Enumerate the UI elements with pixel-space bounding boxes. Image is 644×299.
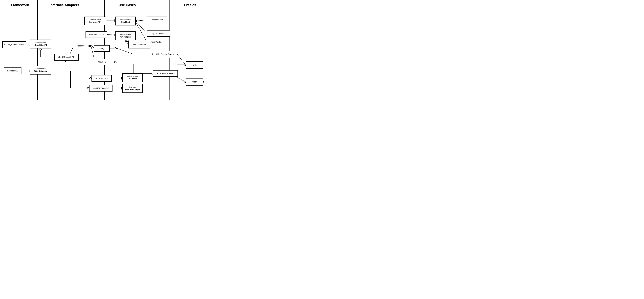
url-retriever-persist-label: URL Retriever Persist	[156, 72, 175, 75]
google-safe-browsing-label: Google SafeBrowsing API	[89, 18, 101, 24]
url-creator-persist-box: URL Creator Persist	[153, 51, 177, 58]
short-graphql-api-label: Short GraphQL API	[58, 56, 75, 58]
user-url-repo-sql-box: User URL Repo SQL	[89, 85, 112, 92]
url-entity-box: URL	[186, 61, 203, 69]
long-link-validator-label: Long Link Validator	[150, 32, 167, 35]
graphql-web-service-box: GraphQL Web Service	[2, 41, 26, 48]
svg-marker-14	[114, 61, 117, 63]
divider-3	[168, 0, 170, 100]
blacklist-label: BlackList	[121, 21, 130, 24]
diagram-container: Framework Interface Adapters Use Cases E…	[0, 0, 214, 100]
resolver-label: Resolver	[76, 45, 84, 47]
header-interface-adapters: Interface Adapters	[40, 3, 89, 7]
user-url-repo-sql-label: User URL Repo SQL	[92, 87, 110, 90]
divider-1	[37, 0, 38, 100]
blacklist-box: <<interface>> BlackList	[115, 17, 136, 26]
user-entity-box: User	[186, 78, 203, 86]
url-retriever-persist-box: URL Retriever Persist	[153, 70, 178, 77]
mutation-label: Mutation	[98, 61, 106, 63]
graphql-api-stereotype: <<interface>>	[36, 42, 46, 44]
sql-database-stereotype: <<interface>>	[36, 68, 46, 70]
google-safe-browsing-box: Google SafeBrowsing API	[84, 17, 106, 25]
key-fetcher-label: Key Fetcher	[120, 36, 131, 38]
key-fetcher-box: <<interface>> Key Fetcher	[115, 32, 136, 40]
postgresql-box: PostgreSQL	[4, 68, 22, 74]
url-repo-stereotype: <<interface>>	[127, 75, 138, 77]
url-creator-persist-label: URL Creator Persist	[156, 53, 174, 56]
url-entity-label: URL	[192, 64, 196, 66]
svg-line-55	[136, 22, 147, 42]
url-repo-label: URL Repo	[128, 78, 137, 80]
blacklist-stereotype: <<interface>>	[120, 19, 131, 21]
key-fetcher-stereotype: <<interface>>	[120, 34, 131, 36]
graphql-web-service-label: GraphQL Web Service	[4, 44, 24, 46]
svg-line-33	[177, 77, 186, 82]
long-link-validator-box: Long Link Validator	[147, 30, 170, 37]
alias-validator-box: Alias Validator	[147, 39, 167, 45]
sql-database-label: SQL Database	[34, 70, 47, 73]
alias-validator-label: Alias Validator	[150, 41, 163, 43]
svg-line-54	[136, 21, 147, 34]
user-url-repo-box: <<interface>> User URL Repo	[122, 84, 143, 93]
postgresql-label: PostgreSQL	[7, 70, 18, 72]
svg-line-28	[177, 54, 186, 65]
resolver-box: Resolver	[73, 43, 88, 49]
query-box: Query	[94, 45, 110, 52]
user-url-repo-label: User URL Repo	[125, 88, 140, 91]
kgs-rpc-client-label: KGS RPC Client	[89, 34, 104, 36]
key-generator-label: Key Generator	[133, 44, 146, 46]
svg-line-19	[136, 20, 147, 21]
header-entities: Entities	[168, 3, 212, 7]
mutation-box: Mutation	[94, 59, 110, 65]
graphql-api-box: <<interface>> GraphQL API	[30, 40, 51, 49]
url-repo-box: <<interface>> URL Repo	[122, 73, 143, 82]
svg-marker-7	[88, 45, 91, 47]
svg-line-17	[107, 35, 116, 35]
url-repo-sql-label: URL Repo SQL	[95, 77, 108, 80]
header-use-cases: Use Cases	[98, 3, 156, 7]
graphql-api-label: GraphQL API	[34, 44, 47, 47]
query-label: Query	[99, 47, 104, 50]
svg-marker-21	[125, 40, 128, 43]
header-framework: Framework	[3, 3, 37, 7]
user-entity-label: User	[192, 81, 196, 83]
short-graphql-api-box: Short GraphQL API	[54, 54, 78, 61]
risk-detector-box: Risk Detector	[147, 17, 167, 23]
kgs-rpc-client-box: KGS RPC Client	[86, 32, 107, 38]
url-repo-sql-box: URL Repo SQL	[92, 75, 112, 82]
svg-marker-11	[114, 47, 117, 49]
user-url-repo-stereotype: <<interface>>	[127, 86, 138, 88]
risk-detector-label: Risk Detector	[151, 19, 163, 21]
svg-line-12	[117, 48, 133, 54]
sql-database-box: <<interface>> SQL Database	[30, 66, 51, 75]
